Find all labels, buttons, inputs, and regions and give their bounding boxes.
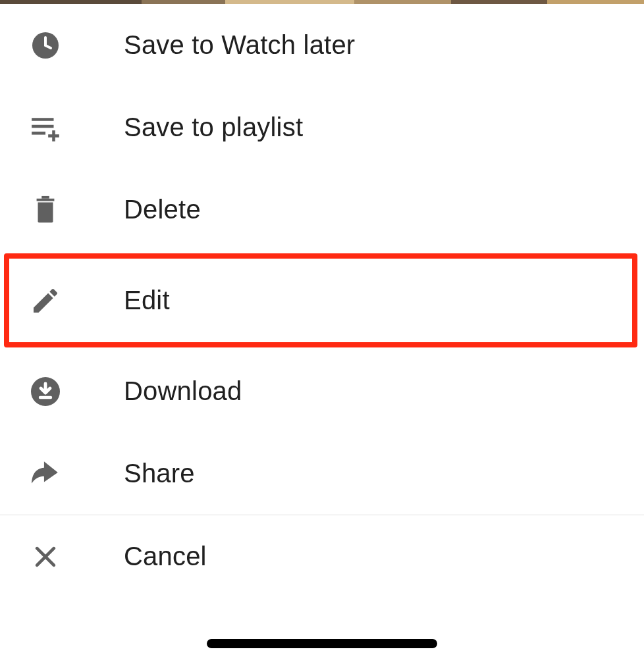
action-sheet: Save to Watch later Save to playlist: [0, 0, 644, 664]
download-icon: [29, 375, 62, 408]
delete-item[interactable]: Delete: [0, 168, 644, 251]
delete-label: Delete: [124, 195, 201, 224]
playlist-add-icon: [29, 111, 62, 144]
watch-later-item[interactable]: Save to Watch later: [0, 4, 644, 86]
close-icon: [29, 540, 62, 573]
edit-item[interactable]: Edit: [9, 259, 632, 342]
pencil-icon: [29, 284, 62, 317]
save-playlist-item[interactable]: Save to playlist: [0, 86, 644, 168]
edit-label: Edit: [124, 286, 170, 315]
menu-list: Save to Watch later Save to playlist: [0, 4, 644, 598]
watch-later-label: Save to Watch later: [124, 30, 355, 60]
share-item[interactable]: Share: [0, 432, 644, 515]
cancel-label: Cancel: [124, 542, 207, 571]
share-icon: [29, 457, 62, 490]
share-label: Share: [124, 459, 195, 488]
trash-icon: [29, 193, 62, 226]
download-label: Download: [124, 376, 242, 406]
save-playlist-label: Save to playlist: [124, 113, 303, 142]
clock-icon: [29, 29, 62, 62]
edit-highlight: Edit: [4, 253, 637, 347]
nav-handle[interactable]: [207, 639, 437, 648]
cancel-item[interactable]: Cancel: [0, 515, 644, 598]
svg-rect-6: [37, 198, 55, 201]
svg-rect-7: [41, 195, 49, 198]
download-item[interactable]: Download: [0, 350, 644, 432]
